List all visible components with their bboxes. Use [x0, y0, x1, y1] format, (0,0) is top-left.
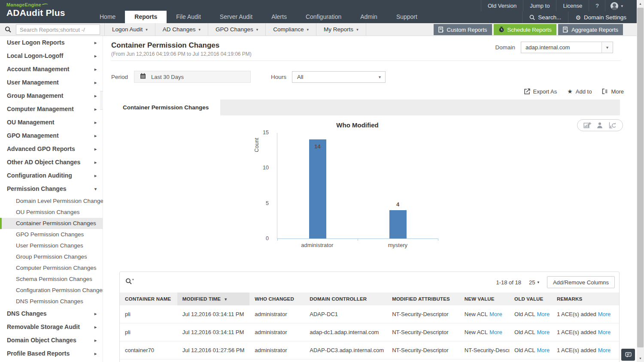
chart-bar[interactable]: [309, 139, 326, 238]
chat-icon: [625, 352, 632, 358]
chart-refresh-icon[interactable]: [609, 122, 617, 129]
utility-link[interactable]: Jump to: [523, 0, 556, 12]
sidebar-item[interactable]: Advanced GPO Reports: [0, 142, 103, 156]
global-search-button[interactable]: Search...: [522, 12, 568, 23]
sidebar-item[interactable]: Configuration Permission Changes: [0, 285, 103, 296]
cell-remarks: 1 ACE(s) addedMore: [552, 323, 619, 341]
sidebar-item[interactable]: DNS Permission Changes: [0, 296, 103, 307]
more-link[interactable]: More: [598, 311, 611, 317]
scroll-down-arrow-icon[interactable]: ▼: [637, 355, 644, 362]
sidebar-item[interactable]: Group Permission Changes: [0, 251, 103, 262]
report-menu[interactable]: Logon Audit ▾: [104, 23, 155, 36]
chart-bar[interactable]: [389, 210, 407, 238]
chevron-icon: [94, 63, 97, 76]
chevron-icon: [94, 103, 97, 116]
nav-item[interactable]: Server Audit: [210, 11, 262, 23]
more-link[interactable]: More: [489, 311, 502, 317]
sidebar-item[interactable]: DNS Changes: [0, 307, 103, 320]
column-header[interactable]: REMARKS▼: [552, 293, 619, 305]
more-link[interactable]: More: [537, 347, 550, 353]
table-search-button[interactable]: ▾: [125, 278, 134, 284]
sidebar-item[interactable]: User Logon Reports: [0, 36, 103, 49]
sidebar-item[interactable]: Schema Permission Changes: [0, 274, 103, 285]
nav-item[interactable]: Configuration: [296, 11, 351, 23]
page-size-select[interactable]: 25 ▾: [529, 279, 539, 286]
export-icon: [524, 88, 530, 94]
chart-add-icon[interactable]: [583, 122, 591, 129]
more-link[interactable]: More: [598, 347, 611, 353]
sidebar-item[interactable]: GPO Permission Changes: [0, 229, 103, 240]
sidebar-item[interactable]: OU Permission Changes: [0, 207, 103, 218]
feedback-chat-button[interactable]: [621, 349, 635, 361]
aggregate-reports-button[interactable]: Aggregate Reports: [558, 24, 623, 35]
schedule-reports-button[interactable]: Schedule Reports: [494, 24, 556, 35]
report-menu[interactable]: GPO Changes ▾: [208, 23, 265, 36]
nav-item[interactable]: Alerts: [262, 11, 296, 23]
report-menu[interactable]: My Reports ▾: [316, 23, 366, 36]
sidebar-item[interactable]: Group Management: [0, 89, 103, 103]
utility-link[interactable]: Old Version: [481, 0, 523, 12]
sidebar-item[interactable]: Configuration Auditing: [0, 169, 103, 182]
sidebar-item[interactable]: GPO Management: [0, 129, 103, 142]
sidebar-item[interactable]: User Permission Changes: [0, 240, 103, 251]
column-header[interactable]: WHO CHANGED▼: [249, 293, 304, 305]
add-to-button[interactable]: ★ Add to: [567, 88, 592, 95]
column-header[interactable]: OLD VALUE▼: [509, 293, 552, 305]
sidebar-item[interactable]: Computer Permission Changes: [0, 262, 103, 274]
sidebar-item[interactable]: Removable Storage Audit: [0, 320, 103, 334]
nav-item[interactable]: Admin: [351, 11, 387, 23]
nav-item[interactable]: Reports: [125, 11, 167, 23]
more-link[interactable]: More: [598, 329, 611, 335]
domain-settings-button[interactable]: ⚙ Domain Settings: [568, 12, 633, 23]
sidebar-item[interactable]: Other AD Object Changes: [0, 156, 103, 169]
sidebar-item[interactable]: Domain Object Changes: [0, 334, 103, 347]
column-header[interactable]: MODIFIED TIME▼: [177, 293, 250, 305]
account-menu[interactable]: ▾: [605, 0, 628, 12]
custom-reports-button[interactable]: Custom Reports: [434, 24, 492, 35]
scrollbar-thumb[interactable]: [637, 8, 644, 347]
table-header-row: CONTAINER NAME▼ MODIFIED TIME▼ WHO CHANG…: [120, 293, 619, 305]
column-header[interactable]: MODIFIED ATTRIBUTES▼: [387, 293, 459, 305]
page-scrollbar[interactable]: ▲ ▼: [637, 0, 644, 362]
column-header[interactable]: DOMAIN CONTROLLER▼: [304, 293, 387, 305]
pagination-status: 1-18 of 18: [496, 279, 521, 286]
sidebar-item[interactable]: Computer Management: [0, 103, 103, 116]
sidebar-item[interactable]: Account Management: [0, 63, 103, 76]
utility-link[interactable]: ?: [589, 0, 605, 12]
more-link[interactable]: More: [537, 311, 550, 317]
person-icon[interactable]: [596, 122, 603, 129]
app-logo[interactable]: ManageEngine ADAudit Plus: [6, 2, 65, 18]
cell-container-name: pli: [120, 323, 177, 341]
sidebar-item[interactable]: Local Logon-Logoff: [0, 49, 103, 63]
report-search-input[interactable]: [16, 24, 100, 35]
more-actions-button[interactable]: More: [602, 88, 624, 95]
nav-item[interactable]: Home: [90, 11, 125, 23]
more-link[interactable]: More: [537, 329, 550, 335]
sidebar-item[interactable]: Profile Based Reports: [0, 347, 103, 360]
nav-item[interactable]: File Audit: [167, 11, 210, 23]
column-header[interactable]: CONTAINER NAME▼: [120, 293, 177, 305]
period-picker[interactable]: Last 30 Days: [134, 71, 251, 83]
table-row: pli Jul 12,2016 03:14:11 PM administrato…: [120, 305, 619, 323]
sidebar-item[interactable]: Permission Changes: [0, 182, 103, 196]
export-as-button[interactable]: Export As: [524, 88, 557, 95]
utility-link[interactable]: License: [556, 0, 589, 12]
sidebar-item[interactable]: Container Permission Changes: [0, 218, 103, 229]
chevron-down-icon: ▾: [379, 75, 385, 79]
sidebar-item[interactable]: OU Management: [0, 116, 103, 129]
column-header[interactable]: NEW VALUE▼: [459, 293, 509, 305]
search-icon: [125, 278, 132, 284]
hours-select[interactable]: All ▾: [292, 71, 386, 83]
report-menu[interactable]: AD Changes ▾: [155, 23, 208, 36]
more-link[interactable]: More: [489, 329, 502, 335]
scroll-up-arrow-icon[interactable]: ▲: [637, 0, 644, 7]
add-remove-columns-button[interactable]: Add/Remove Columns: [547, 276, 615, 288]
tab-container-permission-changes[interactable]: Container Permission Changes: [111, 100, 220, 115]
domain-select[interactable]: adap.internal.com ▾: [521, 42, 613, 53]
nav-item[interactable]: Support: [387, 11, 427, 23]
chevron-down-icon: ▾: [601, 42, 613, 53]
sidebar-item[interactable]: Domain Level Permission Changes: [0, 196, 103, 207]
pagination-controls: 1-18 of 18 25 ▾ Add/Remove Columns: [496, 276, 615, 288]
report-menu[interactable]: Compliance ▾: [265, 23, 316, 36]
sidebar-item[interactable]: User Management: [0, 76, 103, 89]
